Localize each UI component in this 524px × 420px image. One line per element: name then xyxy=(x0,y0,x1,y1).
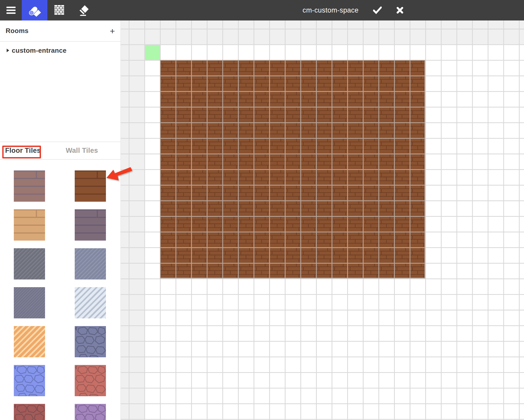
hamburger-icon xyxy=(6,7,16,14)
wall-tool-button[interactable] xyxy=(47,0,71,20)
menu-button[interactable] xyxy=(0,0,22,20)
annotation-arrow-icon xyxy=(101,162,135,186)
eraser-tool-button[interactable] xyxy=(71,0,95,20)
tile-swatch-wood-tan[interactable] xyxy=(14,209,45,241)
tile-swatch-cobble-blue[interactable] xyxy=(14,365,45,396)
tile-swatch-carpet-dark-gray[interactable] xyxy=(14,248,45,279)
room-item-custom-entrance[interactable]: custom-entrance xyxy=(0,44,121,57)
tab-wall-tiles[interactable]: Wall Tiles xyxy=(66,142,98,159)
carpet-roll-icon xyxy=(28,3,41,17)
floor-tool-button[interactable] xyxy=(22,0,47,20)
tile-swatch-cobble-slate[interactable] xyxy=(75,326,106,357)
eraser-icon xyxy=(78,5,89,16)
sidebar: Rooms + custom-entrance Floor Tiles Wall… xyxy=(0,20,121,420)
tile-swatch-wood-mauve[interactable] xyxy=(14,170,45,202)
annotation-highlight-box xyxy=(2,146,41,158)
map-canvas[interactable] xyxy=(121,20,524,420)
tile-swatch-carpet-light-blue[interactable] xyxy=(75,287,106,318)
rooms-header: Rooms + xyxy=(0,20,121,41)
tile-swatch-carpet-slate[interactable] xyxy=(75,248,106,279)
tile-swatch-carpet-orange[interactable] xyxy=(14,326,45,357)
add-room-button[interactable]: + xyxy=(110,27,115,35)
toolbar: cm-custom-space xyxy=(0,0,524,20)
rooms-title: Rooms xyxy=(6,27,29,35)
tile-swatch-cobble-salmon[interactable] xyxy=(75,365,106,396)
close-button[interactable] xyxy=(393,0,407,20)
tile-swatch-wood-plum[interactable] xyxy=(75,209,106,241)
chevron-right-icon xyxy=(7,49,9,52)
space-title: cm-custom-space xyxy=(302,0,358,20)
tile-swatch-carpet-fine-purple[interactable] xyxy=(14,287,45,318)
room-item-label: custom-entrance xyxy=(12,47,67,55)
tile-palette xyxy=(0,160,121,420)
check-icon xyxy=(373,6,382,14)
divider xyxy=(0,41,121,42)
x-icon xyxy=(396,7,403,14)
confirm-button[interactable] xyxy=(370,0,385,20)
tile-swatch-cobble-maroon[interactable] xyxy=(14,404,45,420)
brick-wall-icon xyxy=(54,5,65,16)
placed-floor-area[interactable] xyxy=(160,60,425,278)
tile-swatch-cobble-purple[interactable] xyxy=(75,404,106,420)
